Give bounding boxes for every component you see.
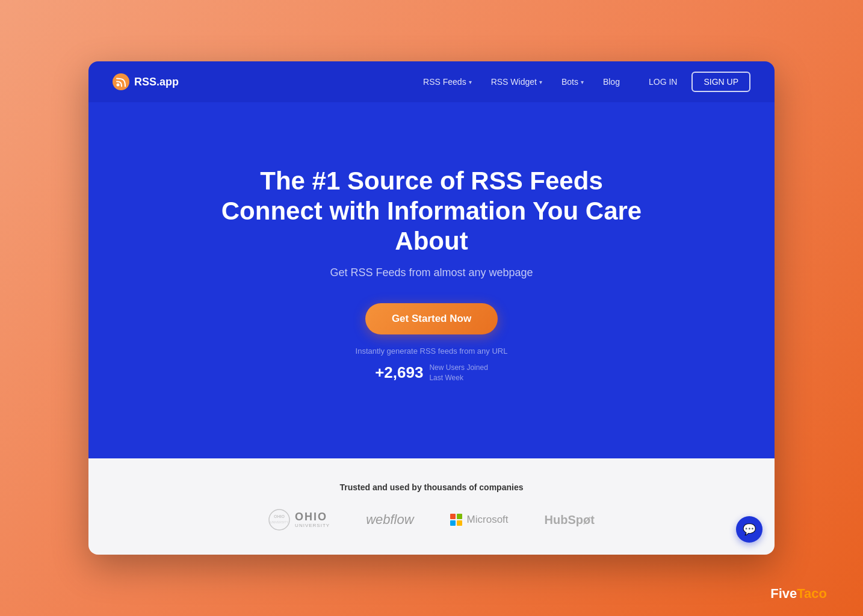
webflow-logo: webflow: [366, 512, 413, 528]
fivetaco-watermark: FiveTaco: [770, 586, 827, 602]
signup-button[interactable]: SIGN UP: [691, 72, 750, 92]
ohio-logo: OHIO UNIVERSITY OHIO UNIVERSITY: [268, 509, 330, 531]
chevron-icon: ▾: [539, 79, 542, 85]
stats-number: +2,693: [375, 363, 423, 382]
stats-text: New Users Joined Last Week: [429, 363, 487, 383]
hero-section: The #1 Source of RSS Feeds Connect with …: [88, 102, 775, 458]
nav-rss-widget[interactable]: RSS Widget ▾: [484, 73, 549, 90]
logo[interactable]: RSS.app: [113, 73, 179, 90]
trusted-section: Trusted and used by thousands of compani…: [88, 458, 775, 555]
rss-icon: [113, 73, 129, 90]
hero-title: The #1 Source of RSS Feeds Connect with …: [197, 166, 666, 257]
logo-text: RSS.app: [134, 76, 179, 88]
nav-actions: LOG IN SIGN UP: [642, 72, 750, 92]
nav-bots[interactable]: Bots ▾: [554, 73, 591, 90]
svg-text:OHIO: OHIO: [274, 514, 285, 519]
chat-button[interactable]: 💬: [736, 516, 762, 543]
chevron-icon: ▾: [581, 79, 584, 85]
nav-rss-feeds[interactable]: RSS Feeds ▾: [416, 73, 479, 90]
chat-icon: 💬: [743, 523, 756, 536]
microsoft-icon: [450, 514, 462, 526]
hero-subtitle: Get RSS Feeds from almost any webpage: [330, 266, 533, 279]
nav-blog[interactable]: Blog: [596, 73, 627, 90]
trusted-title: Trusted and used by thousands of compani…: [340, 482, 524, 492]
ohio-text: OHIO UNIVERSITY: [295, 511, 330, 529]
hubspot-logo: HubSpøt: [545, 513, 595, 527]
chevron-icon: ▾: [469, 79, 472, 85]
navbar: RSS.app RSS Feeds ▾ RSS Widget ▾ Bots ▾ …: [88, 61, 775, 102]
logo-row: OHIO UNIVERSITY OHIO UNIVERSITY webflow: [268, 509, 595, 531]
ohio-icon: OHIO UNIVERSITY: [268, 509, 290, 531]
hero-stats: +2,693 New Users Joined Last Week: [375, 363, 488, 383]
hero-caption: Instantly generate RSS feeds from any UR…: [356, 346, 508, 356]
svg-point-2: [269, 510, 289, 530]
nav-links: RSS Feeds ▾ RSS Widget ▾ Bots ▾ Blog: [416, 73, 627, 90]
svg-point-0: [113, 73, 129, 90]
main-window: RSS.app RSS Feeds ▾ RSS Widget ▾ Bots ▾ …: [88, 61, 775, 555]
svg-point-1: [117, 84, 120, 87]
svg-text:UNIVERSITY: UNIVERSITY: [270, 520, 289, 524]
get-started-button[interactable]: Get Started Now: [365, 303, 498, 334]
microsoft-logo: Microsoft: [450, 514, 509, 526]
login-button[interactable]: LOG IN: [642, 73, 684, 90]
